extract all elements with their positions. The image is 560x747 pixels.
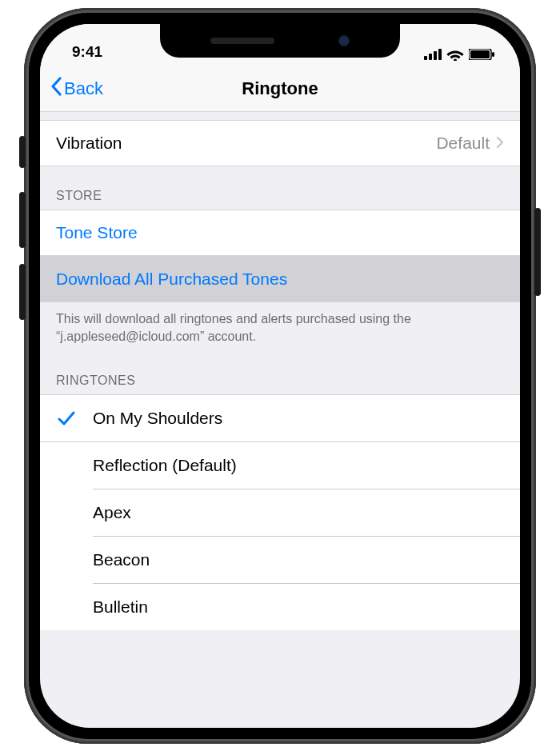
chevron-right-icon xyxy=(496,134,504,153)
chevron-left-icon xyxy=(50,77,62,101)
svg-rect-0 xyxy=(424,56,427,60)
ringtone-row[interactable]: Bulletin xyxy=(40,584,520,630)
cellular-icon xyxy=(424,49,442,60)
mute-switch xyxy=(19,136,26,168)
battery-icon xyxy=(469,49,494,60)
back-button[interactable]: Back xyxy=(50,77,103,101)
front-camera-icon xyxy=(338,35,350,46)
content[interactable]: Vibration Default STORE Tone Store Downl… xyxy=(40,112,520,630)
ringtone-row-selected[interactable]: On My Shoulders xyxy=(40,395,520,441)
status-time: 9:41 xyxy=(72,43,102,61)
ringtone-label: Beacon xyxy=(93,550,504,569)
store-section-footer: This will download all ringtones and ale… xyxy=(40,302,520,351)
ringtone-label: Apex xyxy=(93,503,504,522)
page-title: Ringtone xyxy=(40,78,520,99)
store-section-header: STORE xyxy=(40,166,520,210)
tone-store-label: Tone Store xyxy=(56,223,504,242)
nav-bar: Back Ringtone xyxy=(40,66,520,112)
ringtone-list: On My Shoulders Reflection (Default) Ape… xyxy=(40,394,520,630)
svg-rect-5 xyxy=(470,50,490,58)
speaker-icon xyxy=(210,38,274,44)
ringtone-label: On My Shoulders xyxy=(93,409,504,428)
svg-rect-6 xyxy=(492,52,494,57)
ringtone-label: Bulletin xyxy=(93,597,504,617)
back-label: Back xyxy=(64,78,103,99)
svg-rect-2 xyxy=(434,51,437,60)
volume-up-button xyxy=(19,192,26,248)
vibration-value: Default xyxy=(436,134,490,153)
download-all-cell[interactable]: Download All Purchased Tones xyxy=(40,256,520,302)
phone-frame: 9:41 Back Ringtone xyxy=(24,8,536,744)
checkmark-icon xyxy=(40,409,93,427)
volume-down-button xyxy=(19,264,26,320)
side-button xyxy=(534,208,541,296)
wifi-icon xyxy=(446,48,464,61)
ringtones-section-header: RINGTONES xyxy=(40,351,520,394)
svg-rect-3 xyxy=(438,49,442,60)
ringtone-row[interactable]: Reflection (Default) xyxy=(40,442,520,489)
screen: 9:41 Back Ringtone xyxy=(40,24,520,728)
notch xyxy=(160,24,400,58)
ringtone-label: Reflection (Default) xyxy=(93,456,504,475)
ringtone-row[interactable]: Apex xyxy=(40,489,520,536)
tone-store-cell[interactable]: Tone Store xyxy=(40,210,520,256)
download-all-label: Download All Purchased Tones xyxy=(56,270,504,289)
vibration-label: Vibration xyxy=(56,134,436,153)
svg-rect-1 xyxy=(429,54,432,60)
ringtone-row[interactable]: Beacon xyxy=(40,537,520,583)
vibration-cell[interactable]: Vibration Default xyxy=(40,120,520,166)
